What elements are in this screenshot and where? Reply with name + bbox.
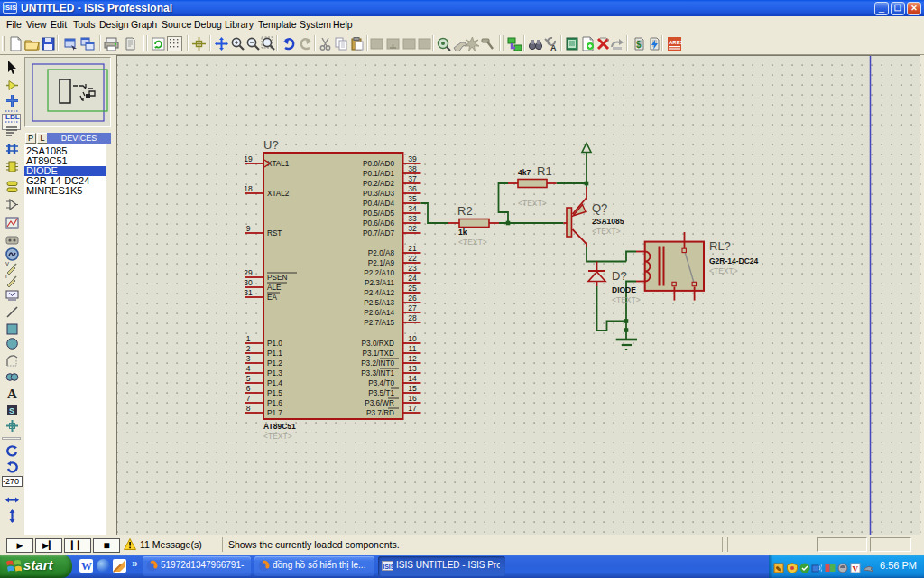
svg-text:<TEXT>: <TEXT> [263, 432, 292, 441]
svg-text:V: V [5, 261, 9, 266]
svg-text:1k: 1k [458, 228, 467, 237]
svg-text:I: I [5, 274, 7, 279]
svg-text:P2.0/A8: P2.0/A8 [368, 249, 395, 257]
svg-text:11: 11 [409, 344, 417, 353]
svg-text:1: 1 [246, 334, 251, 343]
svg-text:A: A [550, 43, 557, 51]
svg-text:18: 18 [244, 184, 253, 193]
svg-text:<TEXT>: <TEXT> [458, 238, 487, 247]
svg-text:6: 6 [246, 384, 251, 393]
svg-text:15: 15 [408, 384, 417, 393]
svg-text:32: 32 [408, 224, 417, 233]
svg-text:19: 19 [244, 154, 253, 163]
svg-text:25: 25 [408, 284, 417, 293]
svg-text:V: V [853, 564, 859, 573]
svg-text:P2.5/A13: P2.5/A13 [364, 299, 394, 307]
svg-text:ISIS: ISIS [383, 564, 393, 570]
svg-text:3: 3 [246, 354, 251, 363]
svg-text:DIODE: DIODE [612, 285, 636, 294]
svg-text:A: A [7, 387, 17, 401]
svg-text:35: 35 [408, 194, 417, 203]
svg-text:9: 9 [246, 224, 251, 233]
svg-text:<TEXT>: <TEXT> [612, 295, 641, 304]
svg-text:16: 16 [408, 394, 417, 403]
svg-text:17: 17 [408, 404, 417, 413]
svg-text:24: 24 [408, 274, 417, 283]
svg-text:P0.6/AD6: P0.6/AD6 [363, 219, 394, 228]
svg-text:P3.3/INT1: P3.3/INT1 [361, 369, 394, 378]
svg-text:39: 39 [408, 154, 417, 163]
svg-text:34: 34 [408, 204, 417, 213]
svg-text:P2.7/A15: P2.7/A15 [364, 319, 394, 327]
svg-text:5: 5 [246, 374, 251, 383]
svg-text:4k7: 4k7 [518, 168, 531, 177]
svg-text:P0.3/AD3: P0.3/AD3 [363, 190, 394, 198]
svg-text:D?: D? [612, 269, 627, 283]
svg-text:ARES: ARES [669, 40, 682, 45]
svg-text:$: $ [636, 40, 642, 50]
svg-text:37: 37 [408, 174, 417, 183]
svg-text:7: 7 [246, 394, 251, 403]
svg-text:28: 28 [408, 313, 417, 322]
svg-text:P0.7/AD7: P0.7/AD7 [363, 229, 394, 238]
svg-text:P0.1/AD1: P0.1/AD1 [363, 170, 394, 178]
svg-text:ALE: ALE [267, 284, 282, 292]
svg-text:21: 21 [408, 244, 417, 253]
svg-text:P3.5/T1: P3.5/T1 [368, 389, 394, 397]
svg-text:23: 23 [408, 264, 417, 273]
svg-text:30: 30 [244, 278, 253, 287]
svg-text:P3.1/TXD: P3.1/TXD [363, 350, 395, 358]
svg-text:✎: ✎ [776, 565, 782, 573]
svg-text:26: 26 [408, 294, 417, 303]
svg-text:P0.4/AD4: P0.4/AD4 [363, 200, 394, 208]
svg-text:P3.0/RXD: P3.0/RXD [362, 340, 394, 348]
svg-text:P1.6: P1.6 [267, 399, 282, 407]
svg-text:EA: EA [267, 294, 277, 302]
svg-text:P1.7: P1.7 [267, 409, 282, 417]
svg-text:G2R-14-DC24: G2R-14-DC24 [709, 256, 759, 266]
svg-text:33: 33 [408, 214, 417, 223]
svg-text:10: 10 [408, 334, 417, 343]
svg-text:2: 2 [246, 344, 251, 353]
svg-text:<TEXT>: <TEXT> [709, 266, 738, 275]
svg-text:2SA1085: 2SA1085 [592, 217, 624, 226]
svg-text:P3.4/T0: P3.4/T0 [368, 379, 394, 387]
svg-text:36: 36 [408, 184, 417, 193]
svg-text:12: 12 [408, 354, 417, 363]
svg-text:P3.7/RD: P3.7/RD [366, 409, 394, 417]
svg-text:XTAL1: XTAL1 [267, 160, 290, 168]
svg-text:R1: R1 [537, 164, 552, 178]
svg-text:P2.6/A14: P2.6/A14 [364, 309, 394, 317]
svg-text:P2.2/A10: P2.2/A10 [364, 269, 394, 277]
svg-text:P2.1/A9: P2.1/A9 [368, 259, 395, 267]
svg-text:Q?: Q? [592, 201, 607, 215]
svg-text:P0.5/AD5: P0.5/AD5 [363, 210, 394, 218]
svg-text:S: S [9, 406, 14, 415]
svg-text:P1.3: P1.3 [267, 369, 282, 378]
svg-text:P1.1: P1.1 [267, 350, 282, 358]
svg-text:LBL: LBL [5, 113, 20, 121]
svg-text:W: W [81, 560, 92, 573]
svg-text:XTAL2: XTAL2 [267, 190, 290, 198]
svg-text:29: 29 [244, 268, 253, 277]
svg-text:P1.5: P1.5 [267, 389, 282, 397]
svg-text:22: 22 [408, 254, 417, 263]
svg-text:<TEXT>: <TEXT> [518, 199, 547, 208]
svg-text:P2.3/A11: P2.3/A11 [365, 279, 395, 287]
svg-text:8: 8 [246, 404, 251, 413]
svg-text:P1.2: P1.2 [267, 359, 282, 368]
svg-text:27: 27 [408, 303, 417, 312]
svg-text:13: 13 [408, 364, 417, 373]
svg-text:P3.2/INT0: P3.2/INT0 [361, 359, 394, 368]
svg-text:4: 4 [246, 364, 251, 373]
svg-text:14: 14 [408, 374, 417, 383]
svg-text:P1.4: P1.4 [267, 379, 282, 387]
svg-text:AT89C51: AT89C51 [263, 422, 296, 431]
svg-text:38: 38 [408, 164, 417, 173]
svg-text:P0.0/AD0: P0.0/AD0 [363, 160, 394, 168]
svg-text:U?: U? [263, 138, 279, 152]
svg-text:PSEN: PSEN [267, 274, 287, 282]
svg-text:RST: RST [267, 229, 282, 238]
svg-text:31: 31 [244, 288, 253, 297]
svg-text:P0.2/AD2: P0.2/AD2 [363, 180, 394, 188]
